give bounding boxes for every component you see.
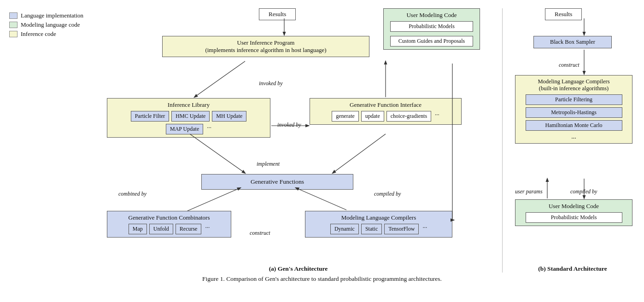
user-modeling-container: User Modeling Code Probabilistic Models … <box>383 8 480 50</box>
gf-combinators-container: Generative Function Combinators Map Unfo… <box>107 211 231 238</box>
mlc-b-dots: ... <box>571 133 576 140</box>
mlc-a-box: Modeling Language Compilers Dynamic Stat… <box>305 211 452 238</box>
figure-caption: Figure 1. Comparison of Gen's architectu… <box>9 275 635 283</box>
prob-models-b-box: Probabilistic Models <box>526 212 622 223</box>
metropolis-hastings-box: Metropolis-Hastings <box>526 107 622 118</box>
gen-functions-box: Generative Functions <box>201 174 353 190</box>
static-box: Static <box>361 224 382 234</box>
user-modeling-items: Probabilistic Models Custom Guides and P… <box>387 21 476 46</box>
hamiltonian-mc-box: Hamiltonian Monte Carlo <box>526 120 622 131</box>
custom-guides-box: Custom Guides and Proposals <box>390 36 473 46</box>
legend-label-yellow: Inference code <box>21 30 56 38</box>
mlc-b-box: Modeling Language Compilers (built-in in… <box>515 75 632 144</box>
legend-item-yellow: Inference code <box>9 30 97 38</box>
compiled-by-label-b: compiled by <box>570 188 597 195</box>
recurse-box: Recurse <box>176 224 202 234</box>
compiled-by-label-a: compiled by <box>374 190 401 197</box>
invoked-by-label-2: invoked by <box>277 121 301 128</box>
results-b-box: Results <box>545 8 582 20</box>
inference-library-box: Inference Library Particle Filter HMC Up… <box>107 98 270 138</box>
mlc-b-container: Modeling Language Compilers (built-in in… <box>515 75 632 144</box>
user-params-label: user params <box>515 188 543 195</box>
tensorflow-box: TensorFlow <box>384 224 419 234</box>
svg-line-1 <box>194 61 245 97</box>
diagram-b: Results Black Box Sampler construct Mode… <box>510 8 635 273</box>
user-modeling-b-items: Probabilistic Models <box>519 212 628 223</box>
gfi-items: generate update choice-gradients ··· <box>314 111 457 122</box>
svg-line-5 <box>190 134 245 173</box>
generate-box: generate <box>332 111 359 122</box>
legend-color-yellow <box>9 31 18 37</box>
gfi-box: Generative Function Interface generate u… <box>310 98 462 125</box>
bbs-box: Black Box Sampler <box>533 36 612 48</box>
gfi-container: Generative Function Interface generate u… <box>310 98 462 125</box>
unfold-box: Unfold <box>149 224 173 234</box>
gen-functions-container: Generative Functions <box>201 174 353 190</box>
legend-item-blue: Language implementation <box>9 12 97 19</box>
diagram-divider <box>502 8 503 273</box>
inference-library-items: Particle Filter HMC Update MH Update MAP… <box>111 111 266 134</box>
prob-models-box: Probabilistic Models <box>390 21 473 32</box>
construct-label-b: construct <box>559 61 580 69</box>
user-modeling-box: User Modeling Code Probabilistic Models … <box>383 8 480 50</box>
mh-update-box: MH Update <box>212 111 246 122</box>
mlc-b-items: Particle Filtering Metropolis-Hastings H… <box>519 94 628 140</box>
update-box: update <box>361 111 384 122</box>
mlc-a-items: Dynamic Static TensorFlow ··· <box>309 224 448 234</box>
results-a-box: Results <box>259 8 296 20</box>
hmc-update-box: HMC Update <box>171 111 210 122</box>
construct-label-a: construct <box>250 229 270 237</box>
user-modeling-b-box: User Modeling Code Probabilistic Models <box>515 199 632 226</box>
implement-label: implement <box>257 160 280 168</box>
dynamic-box: Dynamic <box>330 224 359 234</box>
user-modeling-b-container: User Modeling Code Probabilistic Models <box>515 199 632 226</box>
mlc-a-container: Modeling Language Compilers Dynamic Stat… <box>305 211 452 238</box>
legend-color-green <box>9 22 18 28</box>
svg-line-6 <box>187 188 240 211</box>
legend-color-blue <box>9 12 18 19</box>
particle-filter-box: Particle Filter <box>131 111 170 122</box>
black-box-sampler-box: Black Box Sampler <box>533 36 612 48</box>
svg-line-4 <box>333 134 386 173</box>
diagram-a: Results User Modeling Code Probabilistic… <box>102 8 494 273</box>
user-inference-box: User Inference Program (implements infer… <box>162 36 369 57</box>
map-box: Map <box>129 224 147 234</box>
results-a: Results <box>259 8 296 20</box>
caption-b: (b) Standard Architecture <box>510 265 635 273</box>
results-b: Results <box>545 8 582 20</box>
inference-library-container: Inference Library Particle Filter HMC Up… <box>107 98 270 138</box>
user-inference-container: User Inference Program (implements infer… <box>162 36 369 57</box>
choice-gradients-box: choice-gradients <box>386 111 431 122</box>
invoked-by-label-1: invoked by <box>259 80 283 87</box>
legend: Language implementation Modeling languag… <box>9 10 97 38</box>
caption-a: (a) Gen's Architecture <box>102 265 494 273</box>
legend-label-green: Modeling language code <box>21 21 80 29</box>
particle-filtering-box: Particle Filtering <box>526 94 622 105</box>
legend-label-blue: Language implementation <box>21 12 83 19</box>
legend-item-green: Modeling language code <box>9 21 97 29</box>
map-update-box: MAP Update <box>166 124 203 134</box>
gf-combinators-box: Generative Function Combinators Map Unfo… <box>107 211 231 238</box>
combined-by-label: combined by <box>118 190 146 197</box>
gf-combinators-items: Map Unfold Recurse ··· <box>111 224 227 234</box>
svg-line-7 <box>296 188 346 210</box>
